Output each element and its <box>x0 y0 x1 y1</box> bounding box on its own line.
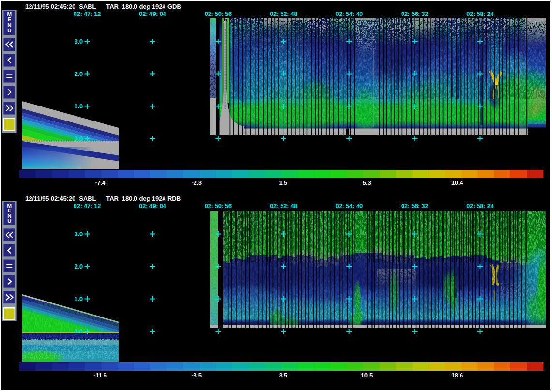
svg-text:02: 54: 40: 02: 54: 40 <box>336 10 363 17</box>
svg-text:02: 52: 48: 02: 52: 48 <box>270 202 297 210</box>
svg-text:2.0: 2.0 <box>75 263 83 270</box>
svg-text:02: 50: 56: 02: 50: 56 <box>205 202 232 210</box>
svg-text:02: 52: 48: 02: 52: 48 <box>270 10 297 17</box>
svg-text:02: 50: 56: 02: 50: 56 <box>205 10 232 17</box>
svg-text:12/11/95 02:45:20 SABL T: 12/11/95 02:45:20 SABL TAR 180.0 deg 192… <box>25 3 181 10</box>
svg-text:U: U <box>7 218 11 224</box>
svg-text:5.3: 5.3 <box>362 179 371 186</box>
svg-text:02: 56: 32: 02: 56: 32 <box>401 10 428 17</box>
svg-text:02: 49: 04: 02: 49: 04 <box>139 202 166 210</box>
svg-text:12/11/95 02:45:20 SABL T: 12/11/95 02:45:20 SABL TAR 180.0 deg 192… <box>25 195 181 202</box>
svg-text:-11.6: -11.6 <box>93 372 106 379</box>
svg-text:02: 58: 24: 02: 58: 24 <box>466 10 494 17</box>
svg-text:U: U <box>7 28 11 33</box>
svg-text:02: 47: 12: 02: 47: 12 <box>74 10 101 17</box>
svg-text:-3.5: -3.5 <box>191 372 201 379</box>
svg-text:1.0: 1.0 <box>75 103 83 110</box>
svg-text:E: E <box>7 16 11 22</box>
svg-text:M: M <box>7 11 12 17</box>
svg-text:3.0: 3.0 <box>75 38 83 45</box>
svg-text:1.0: 1.0 <box>75 295 83 302</box>
svg-text:02: 47: 12: 02: 47: 12 <box>74 202 101 210</box>
svg-text:-7.4: -7.4 <box>95 179 105 186</box>
svg-text:1.5: 1.5 <box>279 179 287 186</box>
svg-text:3.5: 3.5 <box>279 372 287 379</box>
svg-text:10.5: 10.5 <box>361 372 373 379</box>
svg-text:10.4: 10.4 <box>451 179 463 186</box>
svg-text:02: 49: 04: 02: 49: 04 <box>139 10 166 17</box>
svg-text:02: 56: 32: 02: 56: 32 <box>401 202 428 210</box>
svg-text:-2.3: -2.3 <box>191 179 201 186</box>
svg-text:18.6: 18.6 <box>451 372 463 379</box>
svg-text:2.0: 2.0 <box>75 70 83 77</box>
svg-text:3.0: 3.0 <box>75 230 83 238</box>
svg-text:02: 58: 24: 02: 58: 24 <box>466 202 494 210</box>
svg-text:0.0: 0.0 <box>75 135 83 142</box>
svg-text:0.0: 0.0 <box>75 328 83 335</box>
svg-text:N: N <box>7 22 11 28</box>
svg-text:02: 54: 40: 02: 54: 40 <box>336 202 363 210</box>
